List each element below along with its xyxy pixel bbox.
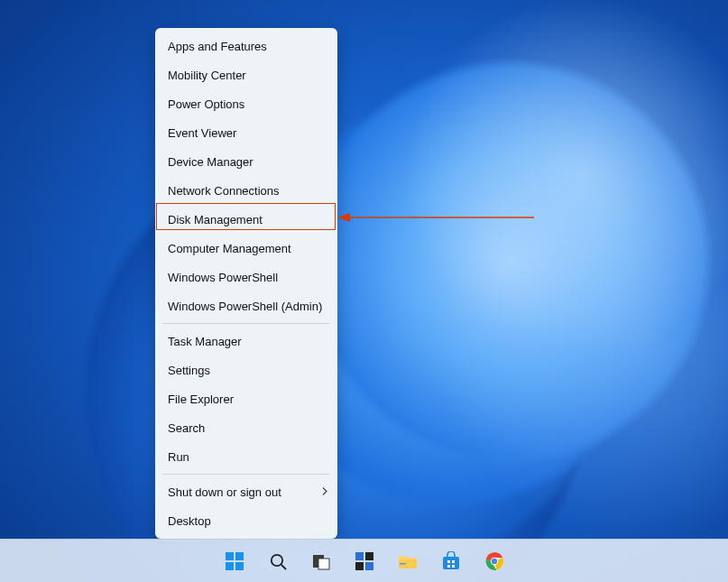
- file-explorer-icon: [397, 551, 419, 571]
- svg-rect-4: [226, 562, 234, 570]
- svg-rect-3: [235, 552, 244, 560]
- menu-item-run[interactable]: Run: [155, 442, 337, 471]
- menu-item-windows-powershell-admin[interactable]: Windows PowerShell (Admin): [155, 291, 337, 320]
- menu-item-mobility-center[interactable]: Mobility Center: [155, 60, 337, 89]
- svg-rect-15: [400, 563, 406, 565]
- microsoft-store-button[interactable]: [434, 544, 468, 578]
- menu-item-label: File Explorer: [168, 393, 234, 406]
- search-icon: [268, 551, 288, 571]
- search-button[interactable]: [261, 544, 295, 578]
- menu-item-apps-and-features[interactable]: Apps and Features: [155, 32, 337, 60]
- menu-item-label: Search: [168, 421, 205, 435]
- menu-item-power-options[interactable]: Power Options: [155, 89, 337, 118]
- menu-item-shut-down-or-sign-out[interactable]: Shut down or sign out: [155, 477, 337, 506]
- file-explorer-button[interactable]: [391, 544, 425, 578]
- chevron-right-icon: [321, 485, 328, 499]
- menu-item-network-connections[interactable]: Network Connections: [155, 176, 337, 205]
- menu-item-settings[interactable]: Settings: [155, 356, 337, 384]
- svg-rect-16: [443, 557, 459, 569]
- task-view-button[interactable]: [304, 544, 338, 578]
- menu-item-label: Disk Management: [168, 213, 263, 226]
- start-button[interactable]: [217, 544, 252, 578]
- menu-item-label: Device Manager: [168, 155, 253, 169]
- widgets-button[interactable]: [347, 544, 382, 578]
- menu-item-windows-powershell[interactable]: Windows PowerShell: [155, 263, 337, 291]
- task-view-icon: [311, 551, 331, 571]
- svg-rect-10: [355, 552, 364, 560]
- svg-rect-9: [318, 559, 329, 569]
- menu-item-label: Run: [168, 450, 189, 464]
- menu-item-disk-management[interactable]: Disk Management: [155, 205, 337, 234]
- menu-item-label: Windows PowerShell (Admin): [168, 300, 322, 313]
- menu-item-label: Desktop: [168, 514, 211, 528]
- windows-logo-icon: [225, 551, 244, 571]
- menu-separator: [162, 474, 330, 475]
- widgets-icon: [355, 551, 374, 571]
- menu-separator: [162, 323, 330, 324]
- svg-line-7: [281, 565, 286, 569]
- menu-item-file-explorer[interactable]: File Explorer: [155, 384, 337, 413]
- menu-item-desktop[interactable]: Desktop: [155, 506, 337, 535]
- menu-item-device-manager[interactable]: Device Manager: [155, 147, 337, 176]
- svg-point-23: [491, 558, 496, 563]
- menu-item-task-manager[interactable]: Task Manager: [155, 327, 337, 356]
- store-icon: [441, 551, 461, 571]
- menu-item-label: Mobility Center: [168, 69, 246, 82]
- svg-rect-20: [452, 565, 455, 568]
- svg-rect-17: [447, 560, 450, 563]
- svg-rect-13: [365, 562, 373, 570]
- svg-rect-18: [452, 560, 455, 563]
- desktop-wallpaper: [0, 0, 728, 582]
- menu-item-label: Shut down or sign out: [168, 485, 281, 499]
- svg-rect-2: [226, 552, 234, 560]
- menu-item-label: Power Options: [168, 97, 244, 111]
- svg-rect-5: [235, 562, 244, 570]
- svg-point-6: [271, 554, 281, 565]
- taskbar: [0, 539, 728, 582]
- menu-item-search[interactable]: Search: [155, 413, 337, 442]
- menu-item-event-viewer[interactable]: Event Viewer: [155, 118, 337, 147]
- menu-item-label: Apps and Features: [168, 40, 267, 53]
- winx-context-menu: Apps and Features Mobility Center Power …: [155, 28, 337, 539]
- menu-item-label: Computer Management: [168, 242, 291, 255]
- menu-item-label: Task Manager: [168, 335, 242, 348]
- svg-rect-19: [447, 565, 450, 568]
- menu-item-label: Event Viewer: [168, 126, 236, 140]
- svg-rect-11: [365, 552, 373, 560]
- menu-item-computer-management[interactable]: Computer Management: [155, 234, 337, 263]
- menu-item-label: Network Connections: [168, 184, 280, 198]
- chrome-icon: [484, 551, 504, 571]
- menu-item-label: Settings: [168, 364, 210, 377]
- menu-item-label: Windows PowerShell: [168, 271, 278, 284]
- chrome-button[interactable]: [477, 544, 511, 578]
- svg-rect-12: [355, 562, 364, 570]
